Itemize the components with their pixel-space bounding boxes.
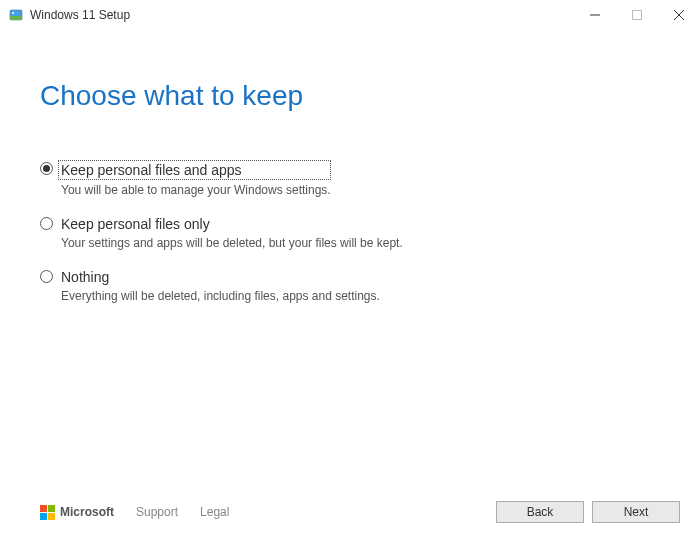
- next-button[interactable]: Next: [592, 501, 680, 523]
- microsoft-logo-icon: [40, 505, 55, 520]
- option-desc: You will be able to manage your Windows …: [61, 183, 331, 197]
- option-nothing[interactable]: Nothing Everything will be deleted, incl…: [40, 268, 660, 303]
- option-texts: Keep personal files only Your settings a…: [61, 215, 403, 250]
- option-label: Keep personal files only: [61, 215, 403, 233]
- maximize-button: [616, 0, 658, 30]
- titlebar: Windows 11 Setup: [0, 0, 700, 30]
- back-button[interactable]: Back: [496, 501, 584, 523]
- svg-point-2: [12, 12, 14, 14]
- footer: Microsoft Support Legal Back Next: [40, 501, 680, 523]
- brand-label: Microsoft: [60, 505, 114, 519]
- radio-icon: [40, 217, 53, 230]
- option-desc: Everything will be deleted, including fi…: [61, 289, 380, 303]
- content-area: Choose what to keep Keep personal files …: [0, 30, 700, 303]
- option-keep-files-and-apps[interactable]: Keep personal files and apps You will be…: [40, 160, 660, 197]
- radio-icon: [40, 162, 53, 175]
- app-icon: [8, 7, 24, 23]
- options-group: Keep personal files and apps You will be…: [40, 160, 660, 303]
- page-title: Choose what to keep: [40, 80, 660, 112]
- option-label: Nothing: [61, 268, 380, 286]
- option-desc: Your settings and apps will be deleted, …: [61, 236, 403, 250]
- radio-icon: [40, 270, 53, 283]
- svg-rect-1: [10, 16, 22, 20]
- minimize-button[interactable]: [574, 0, 616, 30]
- option-keep-files-only[interactable]: Keep personal files only Your settings a…: [40, 215, 660, 250]
- svg-rect-4: [633, 11, 642, 20]
- support-link[interactable]: Support: [136, 505, 178, 519]
- legal-link[interactable]: Legal: [200, 505, 229, 519]
- window-controls: [574, 0, 700, 30]
- window-title: Windows 11 Setup: [30, 8, 130, 22]
- option-label: Keep personal files and apps: [58, 160, 331, 180]
- option-texts: Keep personal files and apps You will be…: [61, 160, 331, 197]
- close-button[interactable]: [658, 0, 700, 30]
- option-texts: Nothing Everything will be deleted, incl…: [61, 268, 380, 303]
